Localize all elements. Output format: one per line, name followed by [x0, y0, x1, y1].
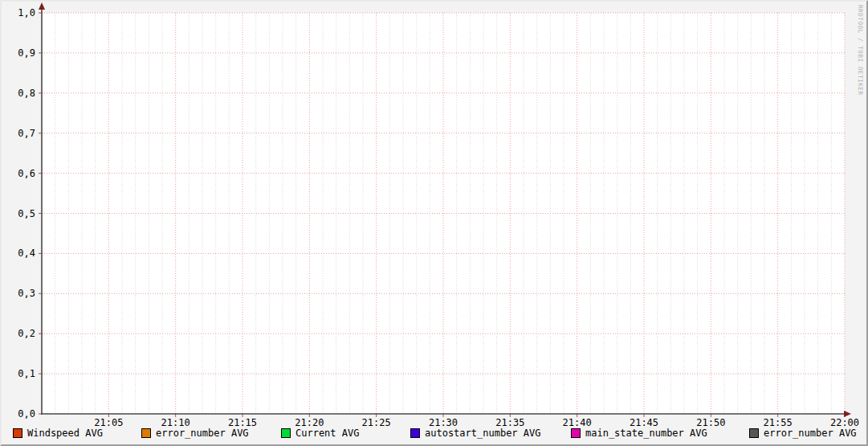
y-tick-label: 0,2 — [18, 328, 35, 339]
legend-swatch — [281, 428, 291, 438]
legend-item: main_state_number AVG — [571, 427, 707, 440]
y-tick-label: 0,7 — [18, 128, 35, 139]
legend-item: autostart_number AVG — [410, 427, 541, 440]
legend-swatch — [141, 428, 151, 438]
legend-label: Current AVG — [295, 427, 359, 440]
legend-label: error_number AVG — [764, 427, 857, 440]
y-tick-label: 0,1 — [18, 368, 35, 379]
legend-swatch — [13, 428, 22, 438]
legend-item: error_number AVG — [141, 427, 249, 440]
y-tick-label: 0,9 — [18, 47, 35, 59]
legend-swatch — [410, 428, 420, 438]
legend-swatch — [571, 428, 581, 438]
legend: Windspeed AVGerror_number AVGCurrent AVG… — [2, 427, 868, 444]
y-tick-label: 0,5 — [18, 208, 35, 219]
y-tick-label: 0,8 — [18, 88, 35, 99]
y-tick-label: 0,6 — [18, 168, 35, 179]
legend-item: Current AVG — [281, 427, 359, 440]
y-tick-label: 0,0 — [18, 408, 35, 419]
y-tick-label: 0,3 — [18, 288, 35, 299]
y-tick-label: 0,4 — [18, 248, 35, 259]
chart-canvas: 0,00,10,20,30,40,50,60,70,80,91,021:0521… — [2, 2, 868, 428]
legend-label: Windspeed AVG — [27, 427, 103, 440]
legend-label: main_state_number AVG — [585, 427, 707, 440]
legend-label: error_number AVG — [156, 427, 249, 440]
y-tick-label: 1,0 — [18, 7, 35, 18]
legend-swatch — [749, 428, 759, 438]
rrdtool-graph: 0,00,10,20,30,40,50,60,70,80,91,021:0521… — [0, 0, 868, 446]
legend-item: error_number AVG — [749, 427, 857, 440]
legend-label: autostart_number AVG — [425, 427, 541, 440]
legend-item: Windspeed AVG — [13, 427, 103, 440]
watermark-text: RRDTOOL / TOBI OETIKER — [857, 5, 864, 96]
